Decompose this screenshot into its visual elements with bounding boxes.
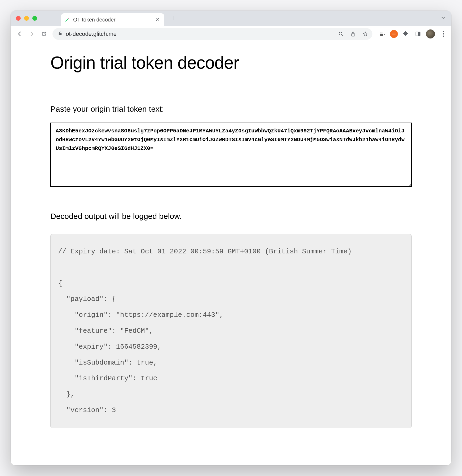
browser-window: OT token decoder ot-decode.glitch.m <box>11 11 451 465</box>
tab-close-button[interactable] <box>155 16 161 23</box>
minimize-window-button[interactable] <box>24 16 29 21</box>
tab-title: OT token decoder <box>73 17 152 23</box>
svg-rect-4 <box>418 32 420 36</box>
reload-button[interactable] <box>39 29 49 39</box>
chrome-menu-button[interactable] <box>439 31 448 37</box>
close-window-button[interactable] <box>16 16 21 21</box>
profile-avatar[interactable] <box>426 29 435 38</box>
extension-icons <box>378 29 448 38</box>
page-content: Origin trial token decoder Paste your or… <box>11 42 451 465</box>
pencil-icon <box>65 17 70 22</box>
lock-icon <box>58 31 63 37</box>
url-text: ot-decode.glitch.me <box>66 31 333 37</box>
address-bar[interactable]: ot-decode.glitch.me <box>52 28 372 40</box>
bookmark-star-icon[interactable] <box>361 29 370 38</box>
forward-button[interactable] <box>27 29 37 39</box>
extensions-puzzle-icon[interactable] <box>402 30 410 38</box>
browser-tab[interactable]: OT token decoder <box>61 13 164 26</box>
output-heading: Decoded output will be logged below. <box>50 212 412 221</box>
new-tab-button[interactable] <box>169 14 179 23</box>
coffee-extension-icon[interactable] <box>378 30 386 38</box>
browser-toolbar: ot-decode.glitch.me <box>11 26 451 42</box>
share-icon[interactable] <box>349 29 358 38</box>
back-button[interactable] <box>14 29 25 39</box>
window-controls <box>16 16 37 21</box>
fullscreen-window-button[interactable] <box>32 16 37 21</box>
svg-rect-0 <box>59 33 62 35</box>
decoded-output: // Expiry date: Sat Oct 01 2022 00:59:59… <box>50 234 412 428</box>
token-input[interactable] <box>50 123 412 187</box>
divider <box>50 75 412 75</box>
page-title: Origin trial token decoder <box>50 53 412 73</box>
search-icon[interactable] <box>336 29 345 38</box>
tab-list-dropdown[interactable] <box>438 13 449 23</box>
tab-strip: OT token decoder <box>11 11 451 26</box>
paste-heading: Paste your origin trial token text: <box>50 105 412 114</box>
orange-extension-icon[interactable] <box>390 30 398 38</box>
side-panel-icon[interactable] <box>414 30 422 38</box>
